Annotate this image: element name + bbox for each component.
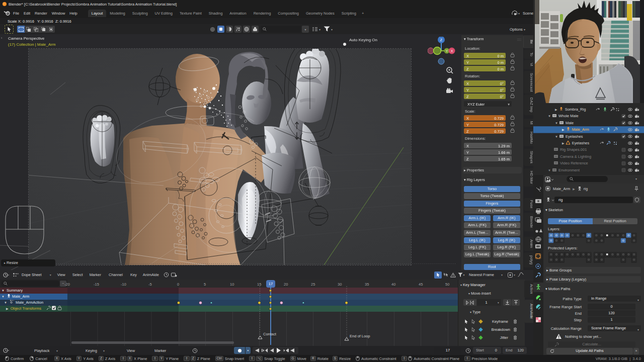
svg-text:Y: Y (446, 49, 448, 53)
svg-text:Z: Z (440, 38, 443, 42)
svg-text:X: X (451, 49, 453, 53)
